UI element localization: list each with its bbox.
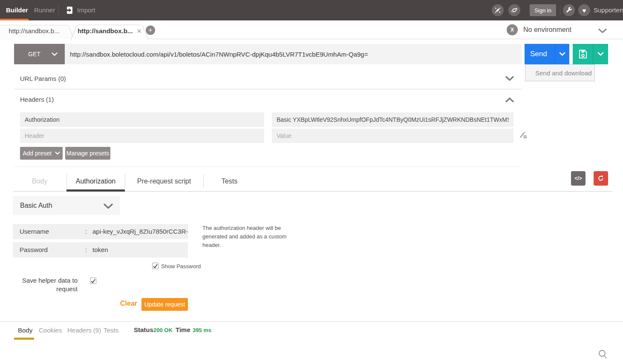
environment-chevron-down-icon[interactable] (598, 28, 607, 35)
chevron-down-icon (55, 152, 60, 155)
time-value: 395 ms (193, 327, 211, 333)
nav-builder[interactable]: Builder (6, 0, 28, 20)
interceptor-icon[interactable] (492, 4, 504, 16)
auth-type-label: Basic Auth (20, 202, 52, 209)
url-input[interactable] (65, 44, 522, 64)
time-label: Time (176, 326, 190, 333)
save-helper-checkbox[interactable] (90, 278, 96, 284)
environment-selector[interactable]: No environment (523, 20, 571, 39)
tab-label: http://sandbox.b... (78, 27, 133, 34)
reset-button[interactable] (594, 171, 608, 186)
request-tab-active[interactable]: http://sandbox.b... × (71, 22, 148, 40)
topbar-divider (58, 5, 59, 15)
tab-body[interactable]: Body (13, 171, 66, 191)
status-value: 200 OK (153, 327, 173, 333)
username-row[interactable]: Username : api-key_vJxqRj_8ZIu7850rCC3R-… (13, 224, 188, 239)
method-dropdown[interactable]: GET (14, 44, 65, 64)
header-value-input[interactable] (272, 112, 513, 127)
save-options-button[interactable] (593, 44, 608, 64)
show-password-label[interactable]: Show Password (161, 263, 201, 269)
chevron-down-icon (559, 52, 565, 56)
manage-presets-button[interactable]: Manage presets (65, 147, 110, 160)
sync-icon[interactable] (508, 4, 520, 16)
refresh-icon (597, 175, 605, 182)
nav-runner[interactable]: Runner (34, 0, 55, 20)
password-value[interactable]: token (92, 242, 108, 258)
postman-app: Builder Runner Import (0, 0, 623, 364)
url-params-section-header[interactable]: URL Params (0) (20, 68, 66, 89)
show-password-checkbox[interactable] (152, 263, 159, 269)
tab-label: http://sandbox.b... (9, 27, 59, 34)
bulk-edit-icon[interactable] (518, 130, 528, 142)
code-icon: </> (574, 175, 582, 181)
supporters-link[interactable]: Supporters (594, 0, 623, 20)
header-value-input-empty[interactable] (272, 129, 513, 143)
colon: : (85, 224, 87, 239)
topbar-divider (560, 5, 560, 15)
no-environment-icon: X (507, 24, 518, 35)
checkmark-icon (90, 278, 96, 284)
tab-authorization-active-underline (66, 189, 125, 192)
response-tab-cookies[interactable]: Cookies (39, 327, 62, 334)
add-preset-button[interactable]: Add preset (20, 147, 63, 160)
panel-bottom-divider (14, 166, 522, 167)
username-label: Username (20, 224, 49, 239)
heart-icon[interactable]: ♥ (578, 4, 590, 16)
top-bar: Builder Runner Import (0, 0, 623, 20)
auth-type-chevron-down-icon[interactable] (104, 203, 113, 211)
checkmark-icon (153, 264, 158, 269)
import-icon (65, 6, 73, 16)
send-label: Send (530, 50, 547, 58)
response-tab-headers[interactable]: Headers (9) (67, 327, 101, 334)
search-icon[interactable] (597, 349, 609, 362)
response-bar-border (0, 321, 623, 322)
save-button[interactable] (573, 44, 593, 64)
nav-import[interactable]: Import (77, 0, 95, 20)
save-helper-label: Save helper data to request (19, 276, 78, 293)
send-and-download-menu-item[interactable]: Send and download (525, 64, 595, 81)
close-tab-icon[interactable]: × (137, 27, 141, 35)
chevron-down-icon (52, 52, 58, 56)
username-value[interactable]: api-key_vJxqRj_8ZIu7850rCC3R-lDl (92, 224, 188, 239)
status-label: Status (134, 326, 153, 333)
chevron-down-icon (597, 52, 604, 56)
headers-collapse-icon[interactable] (505, 97, 514, 104)
add-preset-label: Add preset (23, 150, 52, 157)
wrench-icon[interactable] (563, 4, 575, 16)
header-key-input[interactable] (20, 112, 264, 127)
tab-authorization[interactable]: Authorization (66, 171, 125, 191)
auth-helper-note: The authorization header will be generat… (202, 224, 296, 249)
send-button[interactable]: Send (525, 44, 555, 64)
response-tab-body-active-underline (14, 338, 34, 340)
password-label: Password (20, 242, 48, 258)
url-params-expand-icon[interactable] (505, 75, 514, 83)
section-divider (14, 89, 522, 89)
password-row[interactable]: Password : token (13, 242, 188, 258)
send-options-button[interactable] (555, 44, 569, 64)
generate-code-button[interactable]: </> (571, 171, 586, 186)
request-tab-strip: http://sandbox.b... http://sandbox.b... … (0, 20, 623, 39)
request-tab-inactive[interactable]: http://sandbox.b... (0, 23, 74, 39)
save-icon (577, 49, 588, 60)
response-tab-body[interactable]: Body (18, 327, 32, 334)
colon: : (85, 242, 87, 258)
headers-section-header[interactable]: Headers (1) (20, 89, 54, 110)
update-request-button[interactable]: Update request (141, 298, 188, 311)
tab-tests[interactable]: Tests (203, 171, 256, 191)
tab-pre-request-script[interactable]: Pre-request script (125, 171, 203, 191)
response-tab-tests[interactable]: Tests (104, 327, 118, 334)
header-key-input-empty[interactable] (20, 129, 264, 143)
method-label: GET (28, 51, 40, 57)
sign-in-button[interactable]: Sign in (530, 4, 556, 16)
clear-link[interactable]: Clear (120, 300, 137, 307)
